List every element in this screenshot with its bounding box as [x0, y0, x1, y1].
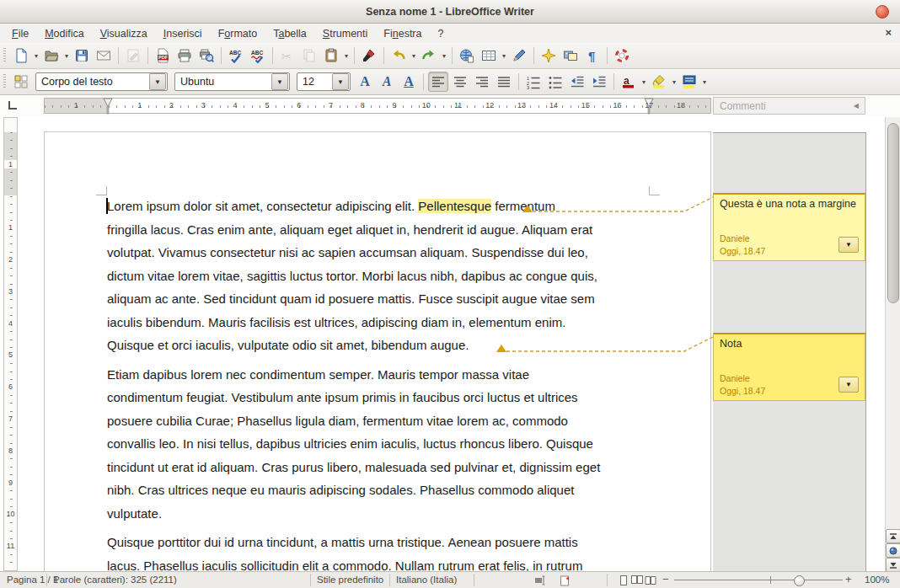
page-style-status[interactable]: Stile predefinito: [317, 572, 383, 588]
text-line[interactable]: convallis leo. In nisi tellus, dapibus u…: [107, 432, 651, 456]
menu-formato[interactable]: Formato: [211, 26, 266, 41]
tab-stop-type-icon[interactable]: [8, 101, 17, 110]
comment-highlight[interactable]: Pellentesque: [418, 199, 491, 213]
text-line[interactable]: posuere cubilia Curae; Phasellus ligula …: [107, 409, 651, 433]
underline-button[interactable]: A: [399, 72, 419, 92]
styles-panel-button[interactable]: [11, 72, 31, 92]
open-button[interactable]: [41, 45, 62, 66]
text-line[interactable]: Quisque et orci iaculis, vulputate odio …: [107, 334, 651, 357]
left-indent-marker[interactable]: [103, 98, 113, 115]
zoom-slider-track[interactable]: [674, 580, 843, 580]
multi-page-view-icon[interactable]: [631, 575, 643, 586]
menu-strumenti[interactable]: Strumenti: [315, 26, 377, 41]
window-close-button[interactable]: [876, 5, 889, 19]
text-line[interactable]: aliquam ac ante. Sed tincidunt quam id p…: [107, 287, 651, 311]
italic-button[interactable]: A: [377, 72, 397, 92]
zoom-slider-thumb[interactable]: [794, 575, 805, 586]
text-line[interactable]: iaculis bibendum. Mauris facilisis est u…: [107, 311, 651, 334]
paragraph-background-dropdown[interactable]: ▾: [700, 72, 709, 92]
toolbar-grip[interactable]: [3, 74, 6, 89]
hyperlink-button[interactable]: [457, 45, 477, 66]
menu-file[interactable]: File: [4, 26, 37, 41]
highlight-color-dropdown[interactable]: ▾: [670, 72, 678, 92]
margin-note-2[interactable]: Nota Daniele Oggi, 18.47 ▼: [713, 333, 865, 401]
print-button[interactable]: [174, 45, 195, 66]
zoom-level-status[interactable]: 100%: [865, 572, 889, 588]
book-view-icon[interactable]: [645, 575, 656, 586]
drawing-button[interactable]: [509, 45, 529, 66]
text-line[interactable]: tincidunt ut erat id aliquam. Cras purus…: [107, 456, 651, 479]
font-color-button[interactable]: a: [619, 72, 639, 92]
save-button[interactable]: [72, 45, 92, 66]
increase-indent-button[interactable]: [589, 72, 609, 92]
font-name-combo[interactable]: Ubuntu▼: [174, 72, 290, 91]
navigation-button[interactable]: [886, 543, 900, 558]
align-right-button[interactable]: [472, 72, 492, 92]
font-name-combo-dropdown[interactable]: ▼: [271, 73, 288, 90]
gallery-button[interactable]: [560, 45, 581, 66]
paragraph-style-combo[interactable]: Corpo del testo▼: [35, 72, 168, 91]
comment-anchor-2[interactable]: [496, 345, 506, 352]
note-text[interactable]: Questa è una nota a margine: [720, 198, 859, 210]
document-close-icon[interactable]: ×: [885, 26, 892, 39]
text-line[interactable]: Etiam dapibus lorem nec condimentum semp…: [107, 363, 651, 387]
paste-dropdown[interactable]: ▾: [342, 45, 351, 66]
navigator-button[interactable]: [538, 45, 559, 66]
print-preview-button[interactable]: [196, 45, 217, 66]
paste-button[interactable]: [321, 45, 341, 66]
text-line[interactable]: vulputate.: [107, 502, 651, 526]
menu-visualizza[interactable]: Visualizza: [93, 26, 156, 41]
note-menu-button[interactable]: ▼: [838, 237, 859, 253]
decrease-indent-button[interactable]: [567, 72, 587, 92]
menu-finestra[interactable]: Finestra: [376, 26, 430, 41]
undo-dropdown[interactable]: ▾: [410, 45, 418, 66]
export-pdf-button[interactable]: PDF: [153, 45, 173, 66]
align-center-button[interactable]: [450, 72, 470, 92]
font-color-dropdown[interactable]: ▾: [640, 72, 648, 92]
margin-note-1[interactable]: Questa è una nota a margine Daniele Oggi…: [713, 193, 865, 261]
open-dropdown[interactable]: ▾: [62, 45, 71, 66]
text-line[interactable]: nibh. Cras ultrices neque eu mauris adip…: [107, 478, 651, 502]
note-menu-button[interactable]: ▼: [838, 377, 859, 393]
table-button[interactable]: [479, 45, 499, 66]
text-line[interactable]: dictum vitae lorem vitae, sagittis luctu…: [107, 265, 651, 288]
new-document-button[interactable]: [11, 45, 31, 66]
font-size-combo[interactable]: 12▼: [297, 72, 351, 91]
menu-[interactable]: ?: [430, 26, 452, 41]
redo-dropdown[interactable]: ▾: [440, 45, 448, 66]
word-count-status[interactable]: Parole (caratteri): 325 (2211): [53, 572, 177, 588]
justify-button[interactable]: [494, 72, 514, 92]
note-text[interactable]: Nota: [720, 338, 859, 350]
text-line[interactable]: fringilla lacus. Cras enim ante, aliquam…: [107, 218, 651, 242]
paragraph-background-button[interactable]: [679, 72, 699, 92]
highlight-color-button[interactable]: [649, 72, 669, 92]
spelling-button[interactable]: ABC: [226, 45, 246, 66]
redo-button[interactable]: [419, 45, 439, 66]
comments-ruler-button[interactable]: Commenti ◀: [713, 97, 865, 115]
vertical-scrollbar[interactable]: [885, 117, 900, 571]
page-number-status[interactable]: Pagina 1 / 1: [7, 572, 58, 588]
text-line[interactable]: volutpat. Vivamus consectetur nisi ac sa…: [107, 241, 651, 265]
help-button[interactable]: [612, 45, 632, 66]
toolbar-grip[interactable]: [3, 48, 6, 63]
menu-inserisci[interactable]: Inserisci: [156, 26, 211, 41]
menu-tabella[interactable]: Tabella: [265, 26, 315, 41]
single-page-view-icon[interactable]: [618, 575, 629, 586]
table-dropdown[interactable]: ▾: [500, 45, 508, 66]
selection-mode-icon[interactable]: [534, 575, 546, 586]
text-line[interactable]: condimentum feugiat. Vestibulum ante ips…: [107, 386, 651, 409]
menu-modifica[interactable]: Modifica: [37, 26, 93, 41]
ordered-list-button[interactable]: 123: [523, 72, 544, 92]
auto-spellcheck-button[interactable]: ABC: [248, 45, 268, 66]
bold-button[interactable]: A: [355, 72, 375, 92]
zoom-in-button[interactable]: +: [845, 572, 852, 588]
text-line[interactable]: Quisque porttitor dui id urna tincidunt,…: [107, 531, 651, 554]
paragraph-style-combo-dropdown[interactable]: ▼: [149, 73, 166, 90]
clone-formatting-button[interactable]: [359, 45, 379, 66]
previous-page-button[interactable]: [886, 529, 900, 543]
new-document-dropdown[interactable]: ▾: [32, 45, 40, 66]
language-status[interactable]: Italiano (Italia): [396, 572, 457, 588]
comment-anchor-1[interactable]: [522, 205, 533, 212]
formatting-marks-button[interactable]: ¶: [582, 45, 603, 66]
document-modified-icon[interactable]: *: [560, 575, 571, 586]
